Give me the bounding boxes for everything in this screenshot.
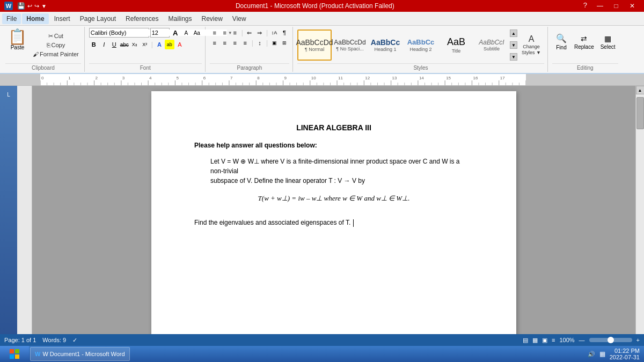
style-title-button[interactable]: AaB Title	[439, 29, 473, 61]
paste-button[interactable]: 📋 Paste	[5, 28, 30, 62]
start-button[interactable]	[0, 346, 29, 362]
scroll-thumb[interactable]	[636, 97, 644, 129]
numbering-button[interactable]: ≡	[220, 28, 230, 38]
style-normal-button[interactable]: AaBbCcDd ¶ Normal	[297, 29, 332, 61]
increase-indent-button[interactable]: ⇒	[255, 28, 265, 38]
center-button[interactable]: ≡	[220, 38, 230, 48]
strikethrough-button[interactable]: abc	[120, 40, 129, 49]
redo-icon[interactable]: ↪	[34, 3, 39, 10]
document-page: LINEAR ALGEBRA III Please help answer al…	[151, 91, 516, 350]
maximize-button[interactable]: □	[609, 1, 624, 11]
zoom-slider[interactable]	[589, 338, 632, 342]
svg-text:16: 16	[473, 76, 478, 80]
menu-item-insert[interactable]: Insert	[50, 13, 75, 24]
highlight-button[interactable]: ab	[165, 40, 174, 49]
content-area[interactable]: LINEAR ALGEBRA III Please help answer al…	[32, 86, 635, 350]
scroll-track[interactable]	[636, 94, 644, 342]
cut-button[interactable]: ✂ Cut	[31, 32, 81, 40]
text-cursor	[353, 219, 354, 227]
find-button[interactable]: 🔍 Find	[552, 28, 570, 56]
multilevel-button[interactable]: ≡	[230, 28, 240, 38]
style-heading1-button[interactable]: AaBbCc Heading 1	[368, 29, 402, 61]
svg-text:4: 4	[149, 76, 152, 80]
styles-scroll-more[interactable]: ▼	[510, 53, 517, 61]
menu-item-mailings[interactable]: Mailings	[164, 13, 196, 24]
win-taskbar: W W Document1 - Microsoft Word 🔊 ▦ 01:22…	[0, 346, 644, 362]
bold-button[interactable]: B	[89, 40, 99, 49]
undo-icon[interactable]: ↩	[27, 3, 32, 10]
layout-icon-4[interactable]: ≡	[552, 337, 555, 343]
svg-text:15: 15	[446, 76, 451, 80]
line-spacing-button[interactable]: ↕	[255, 38, 265, 48]
close-button[interactable]: ✕	[625, 1, 640, 11]
customize-icon[interactable]: ▼	[41, 3, 47, 9]
font-color-button[interactable]: A	[175, 40, 185, 49]
sort-button[interactable]: ↕A	[269, 28, 279, 38]
menu-item-view[interactable]: View	[228, 13, 251, 24]
select-button[interactable]: ▦ Select	[598, 28, 618, 56]
word-count: Words: 9	[42, 337, 66, 343]
menu-item-file[interactable]: File	[2, 13, 21, 24]
para-divider1: |	[241, 29, 243, 36]
tool-icon-1: L	[2, 88, 15, 101]
style-nospacing-label: ¶ No Spaci...	[336, 46, 363, 51]
borders-button[interactable]: ⊞	[280, 38, 289, 48]
subscript-button[interactable]: X₂	[130, 40, 140, 49]
shrink-font-button[interactable]: A	[181, 28, 191, 38]
zoom-level: 100%	[559, 337, 574, 343]
shading-button[interactable]: ▣	[269, 38, 279, 48]
help-icon[interactable]: ?	[583, 1, 587, 11]
save-icon[interactable]: 💾	[17, 2, 25, 10]
menu-item-home[interactable]: Home	[22, 13, 48, 24]
minimize-button[interactable]: —	[592, 1, 608, 11]
find-icon: 🔍	[556, 33, 567, 43]
clipboard-right: ✂ Cut ⎘ Copy 🖌 Format Painter	[31, 28, 81, 62]
font-group-content: ▼ ▼ A A Aa B I U abc X₂ X²	[89, 28, 202, 62]
taskbar-volume-icon[interactable]: 🔊	[588, 351, 595, 358]
font-divider1: |	[151, 41, 153, 48]
replace-button[interactable]: ⇄ Replace	[572, 28, 597, 56]
svg-rect-96	[15, 349, 19, 353]
layout-icon-1[interactable]: ▤	[523, 337, 528, 344]
style-nospacing-preview: AaBbCcDd	[334, 39, 365, 46]
spell-check-icon[interactable]: ✓	[72, 337, 77, 344]
style-subtitle-button[interactable]: AaBbCcI Subtitle	[474, 29, 509, 61]
para-divider3: |	[252, 39, 253, 47]
zoom-minus-button[interactable]: —	[579, 337, 585, 343]
styles-scroll-up[interactable]: ▲	[510, 29, 517, 37]
copy-button[interactable]: ⎘ Copy	[31, 41, 81, 49]
zoom-slider-thumb[interactable]	[608, 337, 614, 343]
change-styles-button[interactable]: A ChangeStyles ▼	[518, 29, 544, 61]
text-effects-button[interactable]: A	[155, 40, 164, 49]
styles-scroll-down[interactable]: ▼	[510, 41, 517, 49]
clear-formatting-button[interactable]: Aa	[192, 28, 202, 38]
underline-button[interactable]: U	[109, 40, 119, 49]
svg-text:8: 8	[257, 76, 260, 80]
grow-font-button[interactable]: A	[171, 28, 180, 38]
style-nospacing-button[interactable]: AaBbCcDd ¶ No Spaci...	[333, 29, 367, 61]
align-left-button[interactable]: ≡	[210, 38, 219, 48]
menu-item-review[interactable]: Review	[197, 13, 226, 24]
taskbar-taskview-icon[interactable]: ▦	[599, 350, 605, 358]
decrease-indent-button[interactable]: ⇐	[245, 28, 254, 38]
zoom-plus-button[interactable]: +	[636, 337, 640, 343]
style-subtitle-preview: AaBbCcI	[479, 39, 504, 46]
style-heading2-button[interactable]: AaBbCc Heading 2	[404, 29, 438, 61]
font-name-combo[interactable]: ▼	[89, 28, 149, 38]
menu-item-references[interactable]: References	[121, 13, 163, 24]
format-painter-button[interactable]: 🖌 Format Painter	[31, 50, 81, 58]
align-right-button[interactable]: ≡	[230, 38, 240, 48]
layout-icon-2[interactable]: ▦	[532, 337, 538, 344]
italic-button[interactable]: I	[99, 40, 109, 49]
taskbar-word-item[interactable]: W W Document1 - Microsoft Word	[30, 347, 130, 361]
bullets-button[interactable]: ≡	[210, 28, 219, 38]
document-question[interactable]: Find the eigenvalues and associated eige…	[194, 219, 473, 227]
layout-icon-3[interactable]: ▣	[542, 337, 547, 344]
scroll-up-button[interactable]: ▲	[636, 86, 645, 94]
superscript-button[interactable]: X²	[140, 40, 150, 49]
left-sidebar: L	[0, 86, 32, 350]
justify-button[interactable]: ≡	[240, 38, 250, 48]
show-marks-button[interactable]: ¶	[280, 28, 289, 38]
menu-item-pagelayout[interactable]: Page Layout	[76, 13, 120, 24]
font-size-combo[interactable]: ▼	[150, 28, 170, 38]
